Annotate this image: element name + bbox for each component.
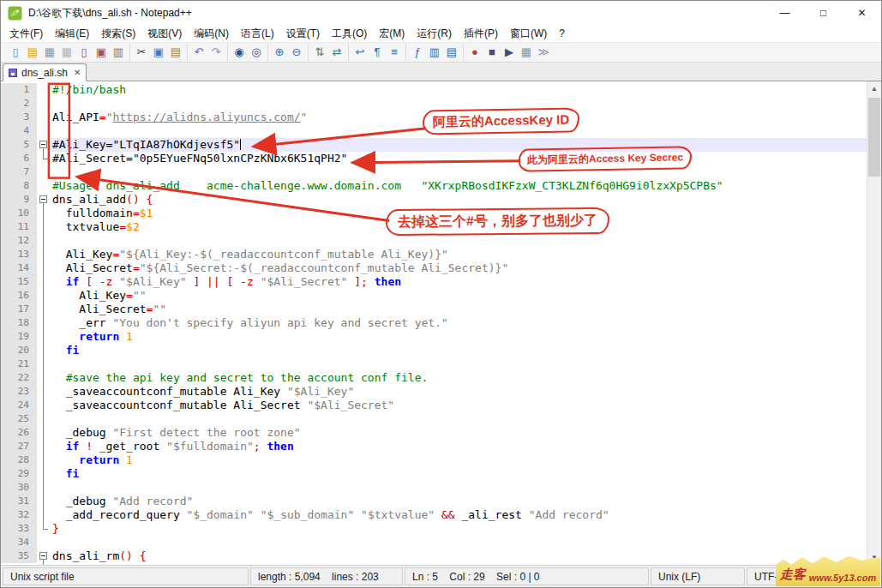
code-line[interactable]: 32 _add_record_query "$_domain" "$_sub_d…: [1, 508, 867, 522]
menu-view[interactable]: 视图(V): [141, 25, 188, 43]
status-eol-format[interactable]: Unix (LF): [651, 567, 745, 585]
word-wrap-icon[interactable]: ↩: [351, 44, 369, 61]
record-macro-icon[interactable]: ●: [466, 44, 483, 61]
maximize-button[interactable]: □: [804, 1, 843, 25]
editor[interactable]: 1#!/bin/bash23Ali_API="https://alidns.al…: [1, 81, 881, 565]
status-extra: [830, 567, 879, 585]
save-macro-icon[interactable]: ▦: [518, 44, 535, 61]
menu-window[interactable]: 窗口(W): [504, 25, 553, 43]
menu-settings[interactable]: 设置(T): [280, 25, 326, 43]
sync-vertical-scroll-icon[interactable]: ⇅: [311, 44, 328, 61]
toolbar-group: ⊕⊖: [268, 44, 309, 61]
menu-encoding[interactable]: 编码(N): [188, 25, 235, 43]
fold-collapse-icon[interactable]: [39, 141, 47, 148]
tab-dns-ali-sh[interactable]: dns_ali.sh ✕: [3, 63, 87, 81]
code-line[interactable]: 23 _saveaccountconf_mutable Ali_Key "$Al…: [1, 385, 867, 399]
open-folder-icon[interactable]: ▤: [24, 44, 41, 61]
cut-icon[interactable]: ✂: [133, 44, 150, 61]
code-line[interactable]: 19 return 1: [1, 330, 867, 344]
fold-collapse-icon[interactable]: [39, 195, 47, 203]
code-line[interactable]: 10 fulldomain=$1: [1, 207, 867, 220]
print-icon[interactable]: ▥: [110, 44, 127, 61]
code-line[interactable]: 25: [1, 412, 867, 426]
code-line[interactable]: 6#Ali_Secret="0p5EYueFNq50lxnCPzKNbx6K51…: [1, 152, 867, 165]
status-encoding[interactable]: UTF-8: [747, 567, 828, 585]
code-line[interactable]: 8#Usage: dns_ali_add acme-challenge.www.…: [1, 179, 867, 193]
code-line[interactable]: 9dns_ali_add() {: [1, 193, 867, 207]
function-list-icon[interactable]: ƒ: [409, 44, 426, 61]
menu-search[interactable]: 搜索(S): [95, 25, 141, 43]
zoom-out-icon[interactable]: ⊖: [288, 44, 305, 61]
fold-collapse-icon[interactable]: [39, 552, 47, 560]
code-line[interactable]: 2: [1, 97, 867, 111]
tab-close-icon[interactable]: ✕: [72, 68, 81, 77]
scroll-up-arrow-icon[interactable]: ▲: [867, 81, 881, 96]
minimize-button[interactable]: —: [765, 1, 804, 25]
menu-macro[interactable]: 宏(M): [373, 25, 411, 43]
document-list-icon[interactable]: ▤: [443, 44, 460, 61]
code-line[interactable]: 30: [1, 481, 867, 495]
code-line[interactable]: 28 return 1: [1, 453, 867, 467]
code-line[interactable]: 18 _err "You don't specify aliyun api ke…: [1, 316, 867, 330]
code-line[interactable]: 15 if [ -z "$Ali_Key" ] || [ -z "$Ali_Se…: [1, 275, 867, 289]
redo-icon[interactable]: ↷: [207, 44, 225, 61]
code-line[interactable]: 13 Ali_Key="${Ali_Key:-$(_readaccountcon…: [1, 248, 867, 261]
find-icon[interactable]: ◉: [231, 44, 248, 61]
menu-help[interactable]: ?: [553, 26, 571, 41]
code-line[interactable]: 33}: [1, 522, 867, 536]
close-all-documents-icon[interactable]: ▣: [93, 44, 110, 61]
code-line[interactable]: 29 fi: [1, 467, 867, 481]
code-line[interactable]: 35dns_ali_rm() {: [1, 549, 867, 563]
code-line[interactable]: 7: [1, 165, 867, 179]
fold-margin-cell: [37, 234, 51, 248]
sync-horizontal-scroll-icon[interactable]: ⇄: [328, 44, 345, 61]
code-line[interactable]: 14 Ali_Secret="${Ali_Secret:-$(_readacco…: [1, 261, 867, 275]
stop-recording-icon[interactable]: ■: [483, 44, 501, 61]
code-line[interactable]: 20 fi: [1, 344, 867, 357]
code-text: if [ -z "$Ali_Key" ] || [ -z "$Ali_Secre…: [51, 275, 867, 289]
save-icon[interactable]: ▦: [41, 44, 58, 61]
menu-run[interactable]: 运行(R): [411, 25, 458, 43]
replace-icon[interactable]: ◎: [248, 44, 265, 61]
code-line[interactable]: 5#Ali_Key="LTqIA87hOKdjevsf5": [1, 138, 867, 152]
notepadpp-window: D:\谷歌下载\dns_ali.sh - Notepad++ — □ ✕ 文件(…: [0, 0, 882, 588]
copy-icon[interactable]: ▣: [150, 44, 167, 61]
vertical-scrollbar[interactable]: ▲ ▼: [867, 81, 881, 565]
indent-guide-icon[interactable]: ≡: [386, 44, 403, 61]
code-line[interactable]: 24 _saveaccountconf_mutable Ali_Secret "…: [1, 399, 867, 412]
undo-icon[interactable]: ↶: [190, 44, 207, 61]
close-document-icon[interactable]: ▯: [75, 44, 93, 61]
window-title: D:\谷歌下载\dns_ali.sh - Notepad++: [28, 6, 192, 21]
menu-file[interactable]: 文件(F): [3, 25, 49, 43]
code-line[interactable]: 22 #save the api key and secret to the a…: [1, 371, 867, 385]
code-line[interactable]: 16 Ali_Key="": [1, 289, 867, 303]
line-number: 6: [1, 152, 37, 165]
zoom-in-icon[interactable]: ⊕: [271, 44, 288, 61]
menu-plugins[interactable]: 插件(P): [458, 25, 504, 43]
scroll-down-arrow-icon[interactable]: ▼: [867, 550, 881, 565]
code-line[interactable]: 21: [1, 357, 867, 371]
new-file-icon[interactable]: ▯: [7, 44, 24, 61]
code-line[interactable]: 3Ali_API="https://alidns.aliyuncs.com/": [1, 111, 867, 124]
save-all-icon[interactable]: ▦: [58, 44, 75, 61]
code-line[interactable]: 1#!/bin/bash: [1, 83, 867, 97]
menu-language[interactable]: 语言(L): [235, 25, 280, 43]
run-macro-multiple-icon[interactable]: ≫: [535, 44, 552, 61]
show-all-characters-icon[interactable]: ¶: [369, 44, 386, 61]
code-line[interactable]: 26 _debug "First detect the root zone": [1, 426, 867, 440]
code-line[interactable]: 4: [1, 124, 867, 138]
document-map-icon[interactable]: ▥: [426, 44, 443, 61]
scrollbar-thumb[interactable]: [868, 98, 880, 177]
menu-edit[interactable]: 编辑(E): [49, 25, 95, 43]
code-line[interactable]: 11 txtvalue=$2: [1, 220, 867, 234]
close-button[interactable]: ✕: [843, 1, 881, 25]
code-line[interactable]: 31 _debug "Add record": [1, 495, 867, 508]
line-number: 8: [1, 179, 37, 193]
code-line[interactable]: 34: [1, 536, 867, 549]
playback-macro-icon[interactable]: ▶: [501, 44, 518, 61]
menu-tools[interactable]: 工具(O): [326, 25, 373, 43]
paste-icon[interactable]: ▤: [167, 44, 184, 61]
code-line[interactable]: 27 if ! _get_root "$fulldomain"; then: [1, 440, 867, 453]
code-line[interactable]: 12: [1, 234, 867, 248]
code-line[interactable]: 17 Ali_Secret="": [1, 303, 867, 316]
